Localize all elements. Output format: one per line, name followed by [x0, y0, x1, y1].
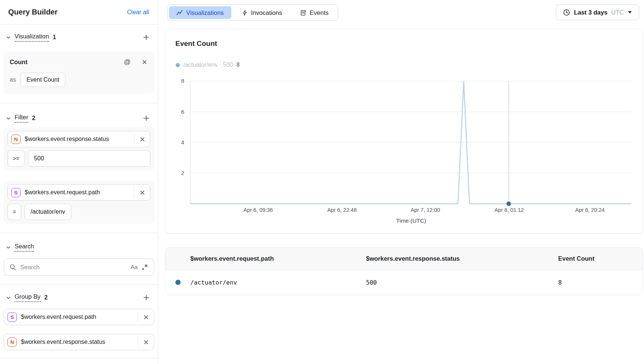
tab-visualizations[interactable]: Visualizations: [169, 6, 231, 19]
filter-card: S $workers.event.request.path = /actuato…: [4, 181, 154, 224]
groupby-field[interactable]: S $workers.event.request.path: [4, 309, 154, 325]
search-icon: [9, 264, 16, 271]
add-groupby-button[interactable]: [142, 294, 150, 302]
svg-text:Apr 8, 01:12: Apr 8, 01:12: [494, 207, 524, 213]
trend-chart-icon: [176, 10, 183, 16]
cell-response-status: 500: [366, 279, 558, 286]
add-filter-button[interactable]: [142, 114, 150, 122]
column-header: Event Count: [558, 255, 643, 262]
number-type-badge: N: [7, 338, 17, 347]
clear-all-button[interactable]: Clear all: [127, 9, 149, 16]
chevron-down-icon[interactable]: [6, 295, 11, 300]
legend-dot-icon: [176, 63, 180, 67]
section-search-label: Search: [15, 243, 34, 252]
search-box: Aa: [4, 258, 154, 276]
svg-text:Apr 6, 09:36: Apr 6, 09:36: [244, 207, 273, 213]
time-zone-label: UTC: [611, 9, 624, 16]
column-header: $workers.event.request.path: [190, 255, 366, 262]
svg-text:4: 4: [181, 139, 184, 145]
tab-label: Visualizations: [186, 9, 224, 16]
clock-icon: [563, 9, 570, 16]
svg-text:Apr 8, 20:24: Apr 8, 20:24: [575, 207, 605, 213]
remove-filter-button[interactable]: [134, 185, 150, 200]
events-document-icon: [300, 10, 306, 16]
legend-series-count: 8: [236, 62, 240, 68]
filter-field[interactable]: S $workers.event.request.path: [7, 184, 150, 201]
chevron-down-icon[interactable]: [6, 35, 11, 40]
groupby-field-name: $workers.event.request.path: [21, 314, 138, 320]
chart-title: Event Count: [175, 40, 217, 48]
filter-field[interactable]: N $workers.event.response.status: [7, 131, 150, 147]
section-groupby-label: Group By: [15, 293, 41, 302]
visualization-card: Count @ as Event Count: [4, 51, 154, 94]
section-visualization-header: Visualization 1: [6, 33, 150, 42]
filter-field-name: $workers.event.request.path: [25, 189, 134, 196]
remove-visualization-button[interactable]: [141, 59, 148, 66]
alias-icon[interactable]: @: [124, 58, 131, 66]
section-divider: [0, 285, 158, 285]
page-title: Query Builder: [8, 8, 57, 16]
tab-events[interactable]: Events: [293, 6, 336, 19]
filter-operator[interactable]: >=: [7, 150, 25, 167]
filter-value-input[interactable]: 500: [28, 150, 150, 167]
number-type-badge: N: [11, 135, 21, 144]
section-divider: [0, 233, 158, 233]
groupby-field[interactable]: N $workers.event.response.status: [4, 334, 154, 350]
results-table: $workers.event.request.path $workers.eve…: [165, 247, 643, 295]
view-tabs: Visualizations Invocations Events: [167, 4, 338, 21]
tab-label: Invocations: [251, 9, 282, 16]
case-sensitive-icon[interactable]: Aa: [131, 264, 138, 270]
legend-series-label: /actuator/env · 500: [183, 62, 233, 68]
groupby-field-name: $workers.event.response.status: [21, 339, 138, 345]
line-chart[interactable]: 2468Apr 6, 09:36Apr 6, 22:48Apr 7, 12:00…: [165, 29, 643, 233]
add-visualization-button[interactable]: [142, 33, 150, 41]
section-divider: [0, 103, 158, 103]
caret-down-icon: [628, 11, 632, 14]
series-color-dot: [175, 280, 181, 285]
cell-event-count: 8: [558, 279, 643, 286]
table-row[interactable]: /actuator/env 500 8: [165, 270, 643, 295]
regex-icon[interactable]: [141, 264, 149, 271]
visualization-function: Count: [10, 59, 28, 66]
section-filter-label: Filter: [15, 114, 28, 123]
chevron-down-icon[interactable]: [6, 116, 11, 121]
remove-groupby-button[interactable]: [138, 309, 154, 325]
filter-value-input[interactable]: /actuator/env: [25, 204, 71, 220]
tab-label: Events: [310, 9, 328, 16]
filter-operator[interactable]: =: [7, 204, 21, 220]
svg-text:Apr 7, 12:00: Apr 7, 12:00: [411, 207, 440, 213]
chart-card: Event Count /actuator/env · 500 8 2468Ap…: [165, 29, 643, 234]
as-label: as: [10, 76, 16, 83]
svg-text:8: 8: [181, 78, 184, 84]
table-header-row: $workers.event.request.path $workers.eve…: [165, 248, 643, 270]
x-axis-title: Time (UTC): [190, 217, 632, 224]
section-groupby-header: Group By 2: [6, 293, 150, 302]
lightning-bolt-icon: [242, 10, 248, 16]
search-input[interactable]: [20, 264, 127, 271]
sidebar-header: Query Builder Clear all: [0, 0, 158, 25]
filter-count: 2: [32, 115, 35, 122]
section-filter-header: Filter 2: [6, 114, 150, 123]
time-range-selector[interactable]: Last 3 days UTC: [556, 4, 639, 20]
remove-groupby-button[interactable]: [138, 334, 154, 350]
chart-legend[interactable]: /actuator/env · 500 8: [176, 62, 240, 68]
visualization-alias-input[interactable]: Event Count: [21, 73, 65, 87]
main-content: Visualizations Invocations Events Last 3…: [159, 0, 644, 364]
section-divider: [0, 358, 158, 358]
column-header: $workers.event.response.status: [366, 255, 558, 262]
section-search-header: Search: [6, 243, 150, 252]
cell-request-path: /actuator/env: [190, 279, 366, 286]
svg-text:6: 6: [181, 109, 184, 115]
query-builder-sidebar: Query Builder Clear all Visualization 1 …: [0, 0, 158, 364]
string-type-badge: S: [11, 188, 21, 197]
remove-filter-button[interactable]: [134, 131, 150, 147]
string-type-badge: S: [7, 313, 17, 322]
chevron-down-icon[interactable]: [6, 245, 11, 250]
filter-card: N $workers.event.response.status >= 500: [4, 127, 154, 170]
tab-invocations[interactable]: Invocations: [234, 6, 290, 19]
svg-text:2: 2: [181, 170, 184, 176]
svg-text:Apr 6, 22:48: Apr 6, 22:48: [327, 207, 357, 213]
groupby-count: 2: [44, 294, 48, 301]
section-visualization-label: Visualization: [15, 33, 49, 42]
filter-field-name: $workers.event.response.status: [25, 136, 134, 142]
